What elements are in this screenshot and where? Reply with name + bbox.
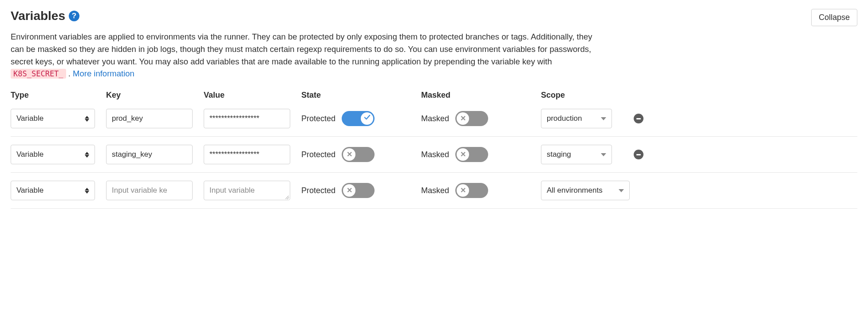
col-header-type: Type [11,91,106,100]
section-description: Environment variables are applied to env… [11,31,605,80]
col-header-value: Value [204,91,301,100]
masked-toggle[interactable]: ✕ [455,183,488,198]
remove-button[interactable] [634,114,643,123]
description-text: Environment variables are applied to env… [11,32,592,66]
select-arrows-icon [85,116,89,122]
col-header-masked: Masked [421,91,541,100]
chevron-down-icon [619,189,624,192]
type-select[interactable]: Variable [11,109,95,128]
x-icon: ✕ [460,115,466,122]
protected-toggle[interactable]: ✕ [342,147,375,162]
scope-select[interactable]: All environments [541,181,630,200]
type-select[interactable]: Variable [11,181,95,200]
toggle-knob: ✕ [343,184,355,197]
key-input[interactable]: prod_key [106,109,193,128]
section-header: Variables ? Collapse [11,9,857,26]
scope-select[interactable]: production [541,109,612,128]
code-badge: K8S_SECRET_ [11,69,66,79]
x-icon: ✕ [460,187,466,194]
chevron-down-icon [601,117,606,120]
scope-select[interactable]: staging [541,145,612,164]
masked-toggle[interactable]: ✕ [455,147,488,162]
col-header-scope: Scope [541,91,630,100]
select-arrows-icon [85,152,89,158]
toggle-knob: ✕ [457,148,469,161]
section-title: Variables [11,9,65,23]
help-icon[interactable]: ? [69,11,79,21]
title-wrap: Variables ? [11,9,79,23]
type-select-label: Variable [16,186,43,195]
protected-label: Protected [301,114,335,123]
x-icon: ✕ [347,151,352,158]
x-icon: ✕ [460,151,466,158]
value-input[interactable]: ***************** [204,109,290,128]
protected-label: Protected [301,150,335,159]
protected-toggle[interactable] [342,111,375,126]
table-header: Type Key Value State Masked Scope [11,88,857,105]
toggle-knob: ✕ [343,148,355,161]
key-input[interactable]: Input variable ke [106,181,193,200]
chevron-down-icon [601,153,606,156]
toggle-knob: ✕ [457,112,469,125]
toggle-knob [361,112,373,125]
more-info-link[interactable]: More information [73,69,134,78]
col-header-key: Key [106,91,204,100]
description-text-after: . [68,69,73,78]
variable-row: Variableprod_key*****************Protect… [11,105,857,137]
variable-row: Variablestaging_key*****************Prot… [11,137,857,173]
masked-label: Masked [421,186,449,195]
minus-icon [636,154,641,155]
masked-label: Masked [421,150,449,159]
value-input[interactable]: Input variable [204,181,290,200]
protected-toggle[interactable]: ✕ [342,183,375,198]
masked-toggle[interactable]: ✕ [455,111,488,126]
scope-label: staging [547,150,571,159]
select-arrows-icon [85,188,89,194]
x-icon: ✕ [347,187,352,194]
value-input[interactable]: ***************** [204,145,290,164]
type-select[interactable]: Variable [11,145,95,164]
variable-row: VariableInput variable keInput variableP… [11,173,857,209]
resize-handle-icon[interactable] [284,194,289,199]
type-select-label: Variable [16,114,43,123]
key-input[interactable]: staging_key [106,145,193,164]
check-icon [364,114,371,123]
scope-label: All environments [547,186,603,195]
scope-label: production [547,114,582,123]
remove-button[interactable] [634,150,643,159]
type-select-label: Variable [16,150,43,159]
col-header-state: State [301,91,421,100]
minus-icon [636,118,641,119]
masked-label: Masked [421,114,449,123]
protected-label: Protected [301,186,335,195]
toggle-knob: ✕ [457,184,469,197]
collapse-button[interactable]: Collapse [811,9,857,26]
